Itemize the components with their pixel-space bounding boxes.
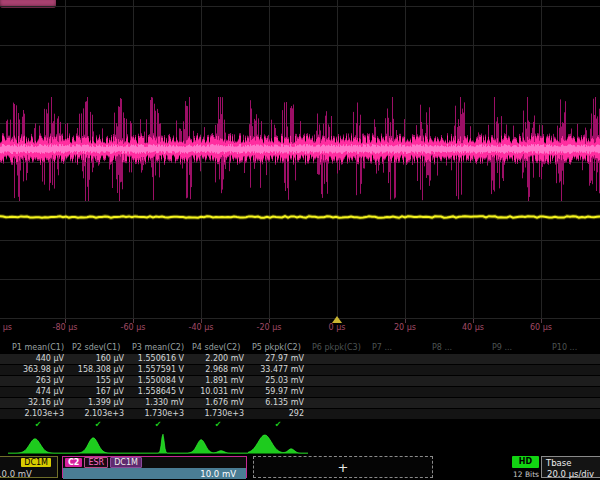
c2-channel-badge: C2 — [65, 458, 82, 467]
measure-cell: 59.97 mV — [248, 387, 304, 397]
time-axis: -100 µs-80 µs-60 µs-40 µs-20 µs0 µs20 µs… — [0, 319, 600, 335]
measure-cell: 1.550616 V — [128, 354, 184, 364]
measure-header-9[interactable]: P9 ... — [492, 343, 512, 353]
histicon-5 — [248, 430, 308, 455]
measure-cell: 25.03 mV — [248, 376, 304, 386]
measure-cell: 363.98 µV — [8, 365, 64, 375]
measure-cell: 474 µV — [8, 387, 64, 397]
measure-cell: 1.676 mV — [188, 398, 244, 408]
c2-coupling-badge: DC1M — [110, 457, 142, 468]
measure-cell: 33.477 mV — [248, 365, 304, 375]
timebase-label: Tbase — [542, 458, 571, 468]
channel-c2-descriptor[interactable]: C2 ESR DC1M 10.0 mV — [62, 456, 247, 478]
histicon-2 — [68, 430, 128, 455]
measure-cell: 158.308 µV — [68, 365, 124, 375]
histicon-1 — [8, 430, 68, 455]
measure-cell: 1.557591 V — [128, 365, 184, 375]
axis-tick-label: 0 µs — [329, 323, 346, 332]
add-channel-button[interactable]: + — [253, 456, 433, 478]
measure-status-check-3: ✔ — [128, 420, 188, 430]
channel-c1-descriptor[interactable]: DC1M 10.0 mV — [0, 456, 58, 478]
measure-cell: 440 µV — [8, 354, 64, 364]
c1-coupling-badge: DC1M — [21, 458, 51, 467]
measure-cell: 167 µV — [68, 387, 124, 397]
axis-tick-label: -60 µs — [121, 323, 146, 332]
measure-cell: 1.891 mV — [188, 376, 244, 386]
histicon-strip — [0, 430, 600, 455]
histicon-4 — [188, 430, 248, 455]
measure-header-4[interactable]: P4 sdev(C2) — [192, 343, 240, 353]
measure-header-5[interactable]: P5 pkpk(C2) — [252, 343, 301, 353]
measure-status-check-5: ✔ — [248, 420, 308, 430]
measure-status-check-1: ✔ — [8, 420, 68, 430]
axis-tick-label: -40 µs — [189, 323, 214, 332]
timebase-descriptor[interactable]: Tbase 20.0 µs/div — [541, 456, 600, 478]
waveform-grid — [0, 0, 600, 336]
measure-cell: 1.330 mV — [128, 398, 184, 408]
measure-cell: 1.558645 V — [128, 387, 184, 397]
bottom-bar: DC1M 10.0 mV C2 ESR DC1M 10.0 mV + HD 12… — [0, 455, 600, 480]
measure-cell: 32.16 µV — [8, 398, 64, 408]
axis-tick-label: -20 µs — [257, 323, 282, 332]
hd-mode-badge[interactable]: HD — [512, 456, 539, 468]
measure-cell: 27.97 mV — [248, 354, 304, 364]
measure-cell: 1.550084 V — [128, 376, 184, 386]
measure-header-6[interactable]: P6 pkpk(C3) — [312, 343, 361, 353]
c2-eres-badge: ESR — [84, 457, 108, 468]
measure-header-8[interactable]: P8 ... — [432, 343, 452, 353]
measure-cell: 10.031 mV — [188, 387, 244, 397]
measure-cell: 160 µV — [68, 354, 124, 364]
timebase-scale-value: 20.0 µs/div — [542, 469, 594, 479]
axis-tick-label: 60 µs — [530, 323, 552, 332]
histicon-3 — [128, 430, 188, 455]
measurement-table: P1 mean(C1)440 µV363.98 µV263 µV474 µV32… — [0, 342, 600, 430]
measure-cell: 2.968 mV — [188, 365, 244, 375]
c2-scale-value: 10.0 mV — [63, 469, 246, 479]
measure-cell: 263 µV — [8, 376, 64, 386]
trigger-position-marker[interactable] — [332, 316, 342, 323]
measure-header-7[interactable]: P7 ... — [372, 343, 392, 353]
measure-status-check-4: ✔ — [188, 420, 248, 430]
measure-cell: 1.730e+3 — [128, 409, 184, 419]
oscilloscope-screen: -100 µs-80 µs-60 µs-40 µs-20 µs0 µs20 µs… — [0, 0, 600, 480]
measure-cell: 6.135 mV — [248, 398, 304, 408]
measure-status-check-2: ✔ — [68, 420, 128, 430]
c1-scale-value: 10.0 mV — [0, 469, 57, 479]
axis-tick-label: 40 µs — [462, 323, 484, 332]
measure-cell: 2.103e+3 — [8, 409, 64, 419]
axis-tick-label: -80 µs — [53, 323, 78, 332]
plus-icon: + — [338, 461, 349, 474]
measure-cell: 2.200 mV — [188, 354, 244, 364]
measure-cell: 292 — [248, 409, 304, 419]
axis-tick-label: -100 µs — [0, 323, 12, 332]
measure-header-10[interactable]: P10 ... — [552, 343, 577, 353]
measure-cell: 1.399 µV — [68, 398, 124, 408]
measure-header-3[interactable]: P3 mean(C2) — [132, 343, 184, 353]
measure-cell: 155 µV — [68, 376, 124, 386]
axis-tick-label: 20 µs — [394, 323, 416, 332]
measure-header-1[interactable]: P1 mean(C1) — [12, 343, 64, 353]
measure-header-2[interactable]: P2 sdev(C1) — [72, 343, 120, 353]
measure-cell: 2.103e+3 — [68, 409, 124, 419]
measure-cell: 1.730e+3 — [188, 409, 244, 419]
